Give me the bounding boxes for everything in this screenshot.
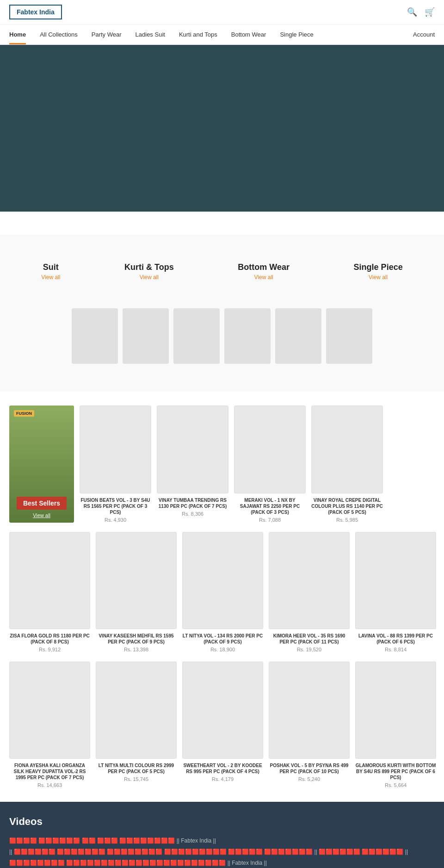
main-nav: Home All Collections Party Wear Ladies S… — [0, 25, 444, 45]
nav-item-ladies-suit[interactable]: Ladies Suit — [136, 25, 165, 44]
nav-item-kurti-tops[interactable]: Kurti and Tops — [179, 25, 217, 44]
product-img-r3-2 — [96, 662, 177, 759]
product-name-r1-3: MERAKI VOL - 1 NX BY SAJAWAT Rs 2250 Per… — [234, 497, 306, 515]
fusion-badge: FUSION — [14, 410, 34, 417]
product-name-r2-5: LAVINA VOL - 88 Rs 1399 Per Pc (Pack of … — [355, 633, 436, 645]
product-img-r3-1 — [9, 662, 90, 759]
product-card-r2-1[interactable]: ZISA FLORA GOLD Rs 1180 Per Pc (Pack of … — [9, 532, 90, 652]
bestsellers-label: Best Sellers — [17, 497, 67, 510]
product-img-r3-3 — [182, 662, 263, 759]
videos-title: Videos — [9, 816, 435, 828]
video-link-2[interactable]: || 🟥🟥🟥🟥🟥🟥 🟥🟥🟥🟥🟥🟥🟥 🟥🟥🟥🟥🟥🟥🟥🟥 🟥🟥🟥🟥🟥🟥🟥🟥🟥 🟥🟥🟥… — [9, 846, 435, 857]
product-img-r1-1 — [80, 406, 151, 493]
category-img-4[interactable] — [224, 308, 271, 364]
product-price-r3-1: Rs. 14,663 — [9, 782, 90, 788]
product-card-r2-2[interactable]: VINAY KASEESH MEHFIL Rs 1595 Per Pc (Pac… — [96, 532, 177, 652]
category-single-piece-link[interactable]: View all — [354, 274, 403, 281]
category-img-3[interactable] — [173, 308, 220, 364]
account-link[interactable]: Account — [413, 31, 435, 38]
product-img-r1-4 — [311, 406, 383, 493]
product-price-r2-1: Rs. 9,912 — [9, 647, 90, 652]
product-img-r2-2 — [96, 532, 177, 629]
products-row-1: FUSION Best Sellers View all FUSION BEAT… — [9, 406, 435, 523]
products-row-3: FIONA AYESHA KALI ORGANZA SILK HEAVY DUP… — [9, 662, 435, 788]
category-img-1[interactable] — [72, 308, 118, 364]
product-img-r3-4 — [269, 662, 350, 759]
categories-section: Suit View all Kurti & Tops View all Bott… — [0, 235, 444, 392]
product-price-r1-3: Rs. 7,088 — [234, 517, 306, 523]
product-img-r2-1 — [9, 532, 90, 629]
hero-banner — [0, 45, 444, 212]
product-card-r1-3[interactable]: MERAKI VOL - 1 NX BY SAJAWAT Rs 2250 Per… — [234, 406, 306, 523]
product-price-r2-4: Rs. 19,520 — [269, 647, 350, 652]
category-bottom-wear-link[interactable]: View all — [238, 274, 290, 281]
search-icon[interactable]: 🔍 — [407, 7, 417, 17]
category-kurti-title: Kurti & Tops — [124, 262, 174, 272]
product-card-r1-2[interactable]: VINAY TUMBAA TRENDING Rs 1130 Per Pc (Pa… — [157, 406, 228, 523]
product-price-r3-5: Rs. 5,664 — [355, 782, 436, 788]
video-link-1[interactable]: 🟥🟥🟥🟥 🟥🟥🟥🟥🟥🟥 🟥🟥 🟥🟥🟥 🟥🟥🟥🟥🟥🟥🟥🟥 || Fabtex In… — [9, 835, 435, 846]
bestsellers-view-all[interactable]: View all — [33, 512, 50, 518]
product-img-r3-5 — [355, 662, 436, 759]
product-img-r2-5 — [355, 532, 436, 629]
bestsellers-banner[interactable]: FUSION Best Sellers View all — [9, 406, 74, 523]
product-card-r3-5[interactable]: GLAMOROUS KURTI WITH BOTTOM BY S4U Rs 89… — [355, 662, 436, 788]
product-price-r1-1: Rs. 4,930 — [80, 517, 151, 523]
video-links: 🟥🟥🟥🟥 🟥🟥🟥🟥🟥🟥 🟥🟥 🟥🟥🟥 🟥🟥🟥🟥🟥🟥🟥🟥 || Fabtex In… — [9, 835, 435, 868]
product-card-r2-3[interactable]: LT NITYA VOL - 134 Rs 2000 Per Pc (Pack … — [182, 532, 263, 652]
product-price-r1-2: Rs. 8,306 — [157, 511, 228, 517]
product-name-r1-2: VINAY TUMBAA TRENDING Rs 1130 Per Pc (Pa… — [157, 497, 228, 509]
product-img-r2-3 — [182, 532, 263, 629]
product-price-r2-3: Rs. 18,900 — [182, 647, 263, 652]
category-images — [9, 304, 435, 373]
logo[interactable]: Fabtex India — [9, 5, 62, 19]
product-price-r2-5: Rs. 8,814 — [355, 647, 436, 652]
product-card-r3-4[interactable]: POSHAK VOL - 5 BY PSYNA Rs 499 Per Pc (P… — [269, 662, 350, 788]
product-price-r3-2: Rs. 15,745 — [96, 776, 177, 782]
product-name-r1-4: VINAY ROYAL CREPE DIGITAL COLOUR PLUS Rs… — [311, 497, 383, 515]
nav-item-bottom-wear[interactable]: Bottom Wear — [231, 25, 266, 44]
header: Fabtex India 🔍 🛒 — [0, 0, 444, 25]
product-name-r1-1: FUSION BEATS VOL - 3 BY S4U Rs 1565 Per … — [80, 497, 151, 515]
header-icons: 🔍 🛒 — [407, 7, 435, 17]
video-link-3[interactable]: 🟥🟥🟥🟥🟥🟥🟥🟥 🟥🟥🟥🟥🟥🟥🟥🟥🟥🟥🟥🟥🟥🟥🟥🟥🟥🟥🟥🟥🟥🟥🟥 || Fabt… — [9, 857, 435, 868]
product-img-r2-4 — [269, 532, 350, 629]
product-price-r1-4: Rs. 5,985 — [311, 517, 383, 523]
product-name-r2-4: KIMORA HEER VOL - 35 Rs 1690 Per Pc (Pac… — [269, 633, 350, 645]
product-name-r3-2: LT NITYA MULTI COLOUR Rs 2999 Per Pc (Pa… — [96, 762, 177, 774]
nav-item-party-wear[interactable]: Party Wear — [92, 25, 122, 44]
bestsellers-section: FUSION Best Sellers View all FUSION BEAT… — [0, 392, 444, 802]
product-card-r1-4[interactable]: VINAY ROYAL CREPE DIGITAL COLOUR PLUS Rs… — [311, 406, 383, 523]
category-single-piece[interactable]: Single Piece View all — [345, 253, 412, 290]
product-card-r2-4[interactable]: KIMORA HEER VOL - 35 Rs 1690 Per Pc (Pac… — [269, 532, 350, 652]
category-kurti[interactable]: Kurti & Tops View all — [115, 253, 183, 290]
product-name-r3-4: POSHAK VOL - 5 BY PSYNA Rs 499 Per Pc (P… — [269, 762, 350, 774]
category-suit-link[interactable]: View all — [41, 274, 60, 281]
category-img-2[interactable] — [123, 308, 169, 364]
category-suit-title: Suit — [41, 262, 60, 272]
category-single-piece-title: Single Piece — [354, 262, 403, 272]
product-price-r2-2: Rs. 13,398 — [96, 647, 177, 652]
category-bottom-wear[interactable]: Bottom Wear View all — [228, 253, 299, 290]
nav-item-all-collections[interactable]: All Collections — [40, 25, 78, 44]
category-suit[interactable]: Suit View all — [32, 253, 69, 290]
product-img-r1-2 — [157, 406, 228, 493]
product-name-r2-3: LT NITYA VOL - 134 Rs 2000 Per Pc (Pack … — [182, 633, 263, 645]
category-img-6[interactable] — [326, 308, 372, 364]
category-kurti-link[interactable]: View all — [124, 274, 174, 281]
nav-item-home[interactable]: Home — [9, 25, 26, 44]
nav-item-single-piece[interactable]: Single Piece — [280, 25, 313, 44]
product-card-r1-1[interactable]: FUSION BEATS VOL - 3 BY S4U Rs 1565 Per … — [80, 406, 151, 523]
product-card-r3-3[interactable]: SWEETHEART VOL - 2 BY KOODEE Rs 995 Per … — [182, 662, 263, 788]
hero-bottom-bar — [0, 212, 444, 235]
product-name-r3-3: SWEETHEART VOL - 2 BY KOODEE Rs 995 Per … — [182, 762, 263, 774]
product-card-r3-1[interactable]: FIONA AYESHA KALI ORGANZA SILK HEAVY DUP… — [9, 662, 90, 788]
cart-icon[interactable]: 🛒 — [425, 7, 435, 17]
product-name-r2-2: VINAY KASEESH MEHFIL Rs 1595 Per Pc (Pac… — [96, 633, 177, 645]
category-img-5[interactable] — [275, 308, 321, 364]
product-name-r3-5: GLAMOROUS KURTI WITH BOTTOM BY S4U Rs 89… — [355, 762, 436, 781]
product-card-r2-5[interactable]: LAVINA VOL - 88 Rs 1399 Per Pc (Pack of … — [355, 532, 436, 652]
product-name-r2-1: ZISA FLORA GOLD Rs 1180 Per Pc (Pack of … — [9, 633, 90, 645]
product-price-r3-3: Rs. 4,179 — [182, 776, 263, 782]
product-card-r3-2[interactable]: LT NITYA MULTI COLOUR Rs 2999 Per Pc (Pa… — [96, 662, 177, 788]
